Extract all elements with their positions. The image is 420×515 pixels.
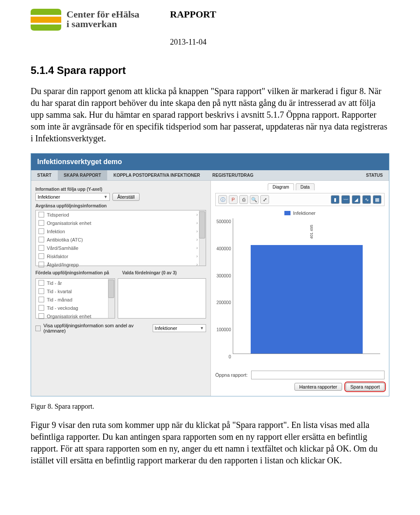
checkbox-icon[interactable] bbox=[38, 237, 44, 242]
filter-listbox[interactable]: Tidsperiod› Organisatorisk enhet› Infekt… bbox=[35, 210, 206, 266]
filter-item: Åtgärd/Ingrepp› bbox=[36, 260, 206, 269]
scrollbar-thumb[interactable] bbox=[199, 211, 205, 238]
ytick: 200000 bbox=[217, 300, 231, 305]
yaxis-label: Information att följa upp (Y-axel) bbox=[35, 187, 206, 192]
figure-caption: Figur 8. Spara rapport. bbox=[31, 403, 389, 410]
checkbox-icon[interactable] bbox=[35, 326, 41, 331]
chart-line-icon[interactable]: 〰 bbox=[341, 195, 350, 204]
checkbox-icon[interactable] bbox=[38, 305, 44, 311]
legend-label: Infektioner bbox=[293, 210, 315, 216]
open-report-label: Öppna rapport: bbox=[215, 372, 248, 378]
section-paragraph-1: Du sparar din rapport genom att klicka p… bbox=[31, 85, 389, 144]
ytick: 0 bbox=[228, 354, 231, 359]
nav-registerutdrag[interactable]: REGISTERUTDRAG bbox=[206, 170, 259, 180]
doc-header: Center för eHälsa i samverkan RAPPORT 20… bbox=[31, 9, 389, 47]
logo: Center för eHälsa i samverkan bbox=[31, 9, 140, 32]
dist-selected-listbox[interactable] bbox=[118, 278, 206, 319]
section-heading: 5.1.4 Spara rapport bbox=[31, 64, 389, 77]
section-paragraph-2: Figur 9 visar den ruta som kommer upp nä… bbox=[31, 419, 389, 466]
checkbox-icon[interactable] bbox=[38, 262, 44, 267]
dist-item: Tid - veckodag bbox=[36, 304, 115, 312]
svg-rect-0 bbox=[31, 17, 61, 23]
nav-start[interactable]: START bbox=[31, 170, 58, 180]
app-screenshot: Infektionsverktyget demo START SKAPA RAP… bbox=[31, 153, 389, 396]
reset-button[interactable]: Återställ bbox=[112, 193, 140, 201]
filter-item: Tidsperiod› bbox=[36, 210, 206, 219]
checkbox-icon[interactable] bbox=[38, 245, 44, 251]
chart-grid-icon[interactable]: ▦ bbox=[373, 195, 382, 204]
ytick: 100000 bbox=[217, 327, 231, 332]
tab-diagram[interactable]: Diagram bbox=[268, 183, 294, 190]
filter-item: Vård/Samhälle› bbox=[36, 244, 206, 252]
export-ppt-icon[interactable]: P bbox=[229, 195, 238, 204]
expand-icon[interactable]: › bbox=[196, 229, 198, 234]
dist-listbox[interactable]: Tid - år Tid - kvartal Tid - månad Tid -… bbox=[35, 278, 115, 319]
chart-bar bbox=[251, 245, 362, 354]
left-panel: Information att följa upp (Y-axel) Infek… bbox=[31, 181, 210, 396]
yaxis-select[interactable]: Infektioner ▼ bbox=[35, 193, 110, 201]
scrollbar[interactable] bbox=[108, 279, 115, 318]
chart: 0100000200000300000400000500000 401 495 bbox=[233, 218, 380, 363]
checkbox-icon[interactable] bbox=[38, 297, 44, 302]
open-report-input[interactable] bbox=[251, 371, 385, 379]
filter-item: Riskfaktor› bbox=[36, 252, 206, 260]
dist-count-label: Valda fördelningar (0 av 3) bbox=[122, 270, 176, 275]
ytick: 500000 bbox=[217, 219, 231, 224]
checkbox-icon[interactable] bbox=[38, 288, 44, 294]
filter-item: Infektion› bbox=[36, 227, 206, 235]
doc-type: RAPPORT bbox=[170, 9, 217, 20]
share-select-value: Infektioner bbox=[155, 326, 177, 331]
yaxis-select-value: Infektioner bbox=[38, 194, 60, 200]
share-select[interactable]: Infektioner ▼ bbox=[153, 324, 206, 332]
filter-section-label: Avgränsa uppföljningsinformation bbox=[35, 203, 206, 208]
chart-wave-icon[interactable]: ∿ bbox=[362, 195, 371, 204]
nav-koppla[interactable]: KOPPLA POSTOPERATIVA INFEKTIONER bbox=[107, 170, 206, 180]
chart-area-icon[interactable]: ◢ bbox=[352, 195, 360, 204]
checkbox-icon[interactable] bbox=[38, 280, 44, 286]
expand-icon[interactable]: › bbox=[196, 254, 198, 259]
expand-icon[interactable]: › bbox=[196, 221, 198, 225]
app-title: Infektionsverktyget demo bbox=[31, 154, 389, 170]
nav-status[interactable]: STATUS bbox=[360, 170, 389, 180]
nav-skapa-rapport[interactable]: SKAPA RAPPORT bbox=[58, 170, 108, 180]
app-nav: START SKAPA RAPPORT KOPPLA POSTOPERATIVA… bbox=[31, 170, 389, 181]
chevron-down-icon: ▼ bbox=[200, 326, 204, 330]
expand-icon[interactable]: › bbox=[196, 237, 198, 242]
ytick: 300000 bbox=[217, 273, 231, 278]
print-icon[interactable]: ⎙ bbox=[239, 195, 248, 204]
tab-data[interactable]: Data bbox=[296, 183, 315, 190]
bar-value-label: 401 495 bbox=[309, 224, 314, 239]
filter-item: Antibiotika (ATC)› bbox=[36, 235, 206, 244]
share-label: Visa uppföljningsinformation som andel a… bbox=[43, 323, 150, 333]
expand-icon[interactable]: ⤢ bbox=[260, 195, 269, 204]
ytick: 400000 bbox=[217, 246, 231, 251]
checkbox-icon[interactable] bbox=[38, 253, 44, 259]
checkbox-icon[interactable] bbox=[38, 228, 44, 234]
legend-swatch bbox=[284, 211, 290, 215]
checkbox-icon[interactable] bbox=[38, 220, 44, 226]
checkbox-icon[interactable] bbox=[38, 313, 44, 319]
zoom-icon[interactable]: 🔍 bbox=[250, 195, 259, 204]
scrollbar[interactable] bbox=[199, 210, 206, 266]
info-icon[interactable]: ⓘ bbox=[218, 195, 227, 204]
chevron-down-icon: ▼ bbox=[104, 195, 108, 199]
dist-item: Tid - månad bbox=[36, 295, 115, 304]
dist-label: Fördela uppföljningsinformation på bbox=[35, 270, 109, 275]
scrollbar-thumb[interactable] bbox=[108, 280, 114, 298]
dist-item: Tid - år bbox=[36, 279, 115, 287]
filter-item: Organisatorisk enhet› bbox=[36, 219, 206, 227]
save-report-button[interactable]: Spara rapport bbox=[346, 383, 385, 391]
chart-legend: Infektioner bbox=[215, 210, 385, 216]
dist-item: Organisatorisk enhet bbox=[36, 312, 115, 320]
right-panel: Diagram Data ⓘ P ⎙ 🔍 ⤢ ▮ 〰 ◢ ∿ bbox=[210, 181, 389, 396]
doc-date: 2013-11-04 bbox=[170, 38, 217, 47]
expand-icon[interactable]: › bbox=[196, 245, 198, 250]
manage-reports-button[interactable]: Hantera rapporter bbox=[294, 383, 342, 391]
dist-item: Tid - kvartal bbox=[36, 287, 115, 295]
chart-bar-icon[interactable]: ▮ bbox=[331, 195, 340, 204]
checkbox-icon[interactable] bbox=[38, 212, 44, 217]
expand-icon[interactable]: › bbox=[196, 212, 198, 217]
expand-icon[interactable]: › bbox=[196, 262, 198, 267]
